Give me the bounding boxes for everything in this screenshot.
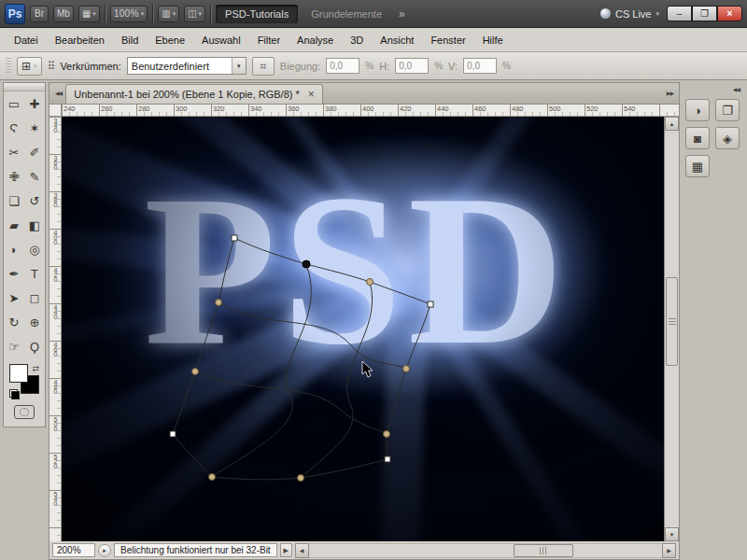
- rectangular-marquee-tool[interactable]: ▭: [4, 91, 24, 116]
- menu-item[interactable]: Fenster: [422, 31, 473, 49]
- minibridge-button[interactable]: Mb: [53, 6, 74, 22]
- lasso-tool[interactable]: Ϛ: [4, 116, 24, 140]
- status-popup-arrow[interactable]: ▶: [280, 543, 292, 557]
- orbit-3d-tool[interactable]: ⊕: [24, 310, 45, 334]
- h-distort-input[interactable]: [395, 58, 429, 74]
- tab-close-icon[interactable]: ×: [308, 89, 315, 100]
- quick-selection-tool[interactable]: ✶: [24, 116, 45, 140]
- warp-control-point[interactable]: [367, 279, 374, 286]
- hand-tool[interactable]: ☞: [4, 334, 24, 358]
- zoom-level-dropdown[interactable]: 100% ▾: [110, 6, 148, 22]
- crop-tool[interactable]: ✂: [4, 140, 24, 164]
- tools-panel-header[interactable]: [4, 83, 45, 91]
- document-tab[interactable]: Unbenannt-1 bei 200% (Ebene 1 Kopie, RGB…: [65, 84, 323, 104]
- options-bar-grip[interactable]: [6, 58, 11, 75]
- canvas[interactable]: PSD: [62, 117, 664, 541]
- masks-panel-icon[interactable]: ◙: [685, 127, 710, 149]
- bend-input[interactable]: [326, 58, 359, 74]
- move-tool[interactable]: ✚: [24, 91, 45, 116]
- zoom-tool[interactable]: Ϙ: [24, 334, 45, 358]
- warp-control-point[interactable]: [192, 369, 199, 375]
- cs-live-dropdown[interactable]: CS Live ▾: [600, 8, 659, 20]
- menu-item[interactable]: Ebene: [147, 31, 193, 49]
- menu-item[interactable]: Filter: [249, 31, 289, 49]
- quick-mask-button[interactable]: [14, 405, 35, 419]
- warp-style-dropdown[interactable]: Benutzerdefiniert ▾: [127, 57, 247, 75]
- warp-corner-handle[interactable]: [232, 235, 237, 241]
- ruler-origin-corner[interactable]: [49, 105, 62, 117]
- bridge-button[interactable]: Br: [30, 6, 49, 22]
- swap-colors-icon[interactable]: ⇄: [32, 364, 39, 373]
- minimize-button[interactable]: –: [667, 6, 692, 21]
- warp-control-point[interactable]: [209, 474, 216, 481]
- adjustments-panel-icon[interactable]: ◑: [685, 99, 710, 121]
- scroll-down-button[interactable]: ▼: [665, 527, 679, 541]
- tool-preset-picker[interactable]: ⊞ ▾: [17, 57, 42, 76]
- warp-control-points[interactable]: [192, 279, 410, 482]
- type-tool[interactable]: T: [24, 261, 45, 286]
- foreground-color-swatch[interactable]: [9, 364, 28, 383]
- vertical-scroll-thumb[interactable]: [666, 277, 678, 366]
- close-button[interactable]: ×: [717, 6, 742, 21]
- dodge-tool[interactable]: ◎: [24, 237, 45, 261]
- menu-item[interactable]: Datei: [6, 31, 47, 49]
- scroll-left-button[interactable]: ◀: [295, 543, 309, 558]
- view-extras-button[interactable]: ▥ ▾: [158, 6, 179, 22]
- menu-item[interactable]: Hilfe: [474, 31, 512, 49]
- menu-item[interactable]: Bearbeiten: [47, 31, 113, 49]
- warp-corner-handles[interactable]: [170, 235, 433, 462]
- maximize-button[interactable]: ❐: [692, 6, 717, 21]
- menu-item[interactable]: 3D: [342, 31, 372, 49]
- dock-collapse-chevrons-icon[interactable]: ◀◀: [731, 84, 747, 94]
- status-menu-icon[interactable]: ▸: [98, 544, 111, 557]
- v-distort-input[interactable]: [463, 58, 497, 74]
- screen-mode-button[interactable]: ◫ ▾: [184, 6, 205, 22]
- horizontal-scrollbar[interactable]: ◀ ▶: [295, 543, 676, 558]
- reference-point-grid-icon[interactable]: ⠿: [48, 60, 55, 73]
- warp-control-point-selected[interactable]: [303, 260, 310, 268]
- blur-tool[interactable]: ◗: [4, 237, 24, 261]
- warp-corner-handle[interactable]: [385, 456, 390, 462]
- horizontal-scroll-thumb[interactable]: [514, 544, 573, 557]
- path-selection-tool[interactable]: ➤: [4, 286, 24, 310]
- warp-corner-handle[interactable]: [428, 301, 433, 307]
- menu-item[interactable]: Auswahl: [193, 31, 249, 49]
- menu-item[interactable]: Ansicht: [372, 31, 422, 49]
- menu-item[interactable]: Analyse: [289, 31, 342, 49]
- pen-tool[interactable]: ✒: [4, 261, 24, 286]
- status-zoom-input[interactable]: 200%: [52, 543, 95, 557]
- 3d-panel-icon[interactable]: ◈: [715, 127, 740, 149]
- collapse-right-chevrons-icon[interactable]: ▶▶: [663, 90, 677, 104]
- horizontal-scroll-track[interactable]: [309, 543, 662, 558]
- warp-orientation-button[interactable]: ⌗: [252, 57, 275, 76]
- warp-control-point[interactable]: [298, 475, 304, 482]
- vertical-scroll-track[interactable]: [665, 131, 679, 527]
- collapse-left-chevrons-icon[interactable]: ◀◀: [51, 90, 65, 104]
- healing-brush-tool[interactable]: ✙: [4, 164, 24, 189]
- warp-control-point[interactable]: [403, 366, 410, 372]
- history-brush-tool[interactable]: ↺: [24, 189, 45, 213]
- guides-launcher-button[interactable]: ▦ ▾: [78, 6, 100, 22]
- rotate-3d-tool[interactable]: ↻: [4, 310, 24, 334]
- warp-control-point[interactable]: [216, 300, 222, 306]
- layers-panel-icon[interactable]: ❐: [715, 99, 740, 121]
- scroll-up-button[interactable]: ▲: [665, 117, 679, 131]
- gradient-tool[interactable]: ◧: [24, 213, 45, 237]
- horizontal-ruler[interactable]: 240 260 280 300 320 340: [62, 105, 679, 117]
- vertical-ruler[interactable]: 340 360 380 400 420 440: [49, 117, 62, 541]
- eraser-tool[interactable]: ▰: [4, 213, 24, 237]
- warp-mesh-overlay[interactable]: [62, 117, 664, 541]
- warp-control-point[interactable]: [384, 431, 390, 438]
- brush-tool[interactable]: ✎: [24, 164, 45, 189]
- menu-item[interactable]: Bild: [113, 31, 147, 49]
- workspace-overflow-chevron[interactable]: »: [396, 7, 408, 21]
- default-colors-icon[interactable]: [9, 389, 20, 399]
- warp-corner-handle[interactable]: [170, 431, 176, 437]
- workspace-tab[interactable]: PSD-Tutorials: [216, 5, 298, 23]
- workspace-tab[interactable]: Grundelemente: [302, 5, 391, 23]
- shape-tool[interactable]: ◻: [24, 286, 45, 310]
- clone-stamp-tool[interactable]: ❏: [4, 189, 24, 213]
- scroll-right-button[interactable]: ▶: [662, 543, 676, 558]
- vertical-scrollbar[interactable]: ▲ ▼: [664, 117, 679, 541]
- mesh-panel-icon[interactable]: ▦: [685, 155, 710, 177]
